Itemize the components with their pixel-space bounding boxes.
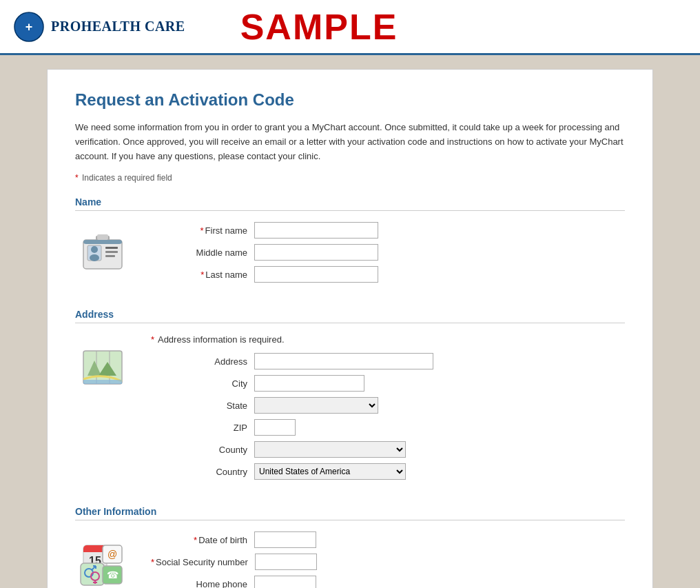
last-name-input[interactable] (254, 266, 378, 283)
svg-point-7 (90, 254, 99, 261)
state-label: State (151, 401, 247, 411)
calendar-contacts-icon: 15 ☎ @ (78, 538, 127, 588)
name-section-icon (75, 229, 130, 278)
ssn-row: *Social Security number (151, 554, 625, 570)
zip-label: ZIP (151, 423, 247, 433)
ssn-input[interactable] (255, 554, 317, 570)
dob-input[interactable] (254, 531, 316, 548)
page-title: Request an Activation Code (75, 90, 625, 110)
dob-row: *Date of birth (151, 531, 625, 548)
address-section-icon (75, 341, 130, 391)
middle-name-input[interactable] (254, 244, 378, 261)
address-label: Address (151, 356, 247, 367)
svg-rect-9 (105, 251, 118, 253)
svg-rect-10 (105, 255, 115, 257)
county-select[interactable] (254, 441, 406, 458)
county-label: County (151, 445, 247, 455)
ssn-label: *Social Security number (151, 557, 248, 568)
address-input[interactable] (254, 353, 433, 369)
required-asterisk: * (75, 173, 79, 183)
other-section-icon: 15 ☎ @ (75, 538, 130, 588)
svg-text:☎: ☎ (107, 569, 119, 580)
first-name-input[interactable] (254, 222, 378, 239)
svg-text:+: + (25, 20, 33, 34)
zip-input[interactable] (254, 419, 296, 436)
city-input[interactable] (254, 375, 364, 392)
address-section-body: * Address information is required. Addre… (75, 334, 625, 485)
other-fields: *Date of birth *Social Security number H… (151, 531, 625, 588)
first-name-row: *First name (151, 222, 625, 239)
zip-row: ZIP (151, 419, 625, 436)
id-card-icon (78, 229, 127, 278)
city-row: City (151, 375, 625, 392)
address-required-note: * Address information is required. (151, 334, 625, 345)
svg-rect-17 (83, 380, 122, 384)
description-text: We need some information from you in ord… (75, 121, 625, 163)
phone-row: Home phone (151, 576, 625, 588)
main-wrapper: Request an Activation Code We need some … (0, 55, 700, 588)
middle-name-row: Middle name (151, 244, 625, 261)
logo-text: ProHealth Care (51, 19, 185, 34)
state-row: State Alabama Alaska Arizona Wisconsin (151, 397, 625, 414)
name-fields: *First name Middle name *Last name (151, 222, 625, 288)
logo-area: + ProHealth Care (14, 12, 185, 42)
middle-name-label: Middle name (151, 247, 247, 258)
form-container: Request an Activation Code We need some … (47, 69, 653, 588)
other-section-header: Other Information (75, 506, 625, 520)
phone-input[interactable] (254, 576, 316, 588)
svg-point-6 (91, 246, 98, 253)
county-row: County (151, 441, 625, 458)
state-select[interactable]: Alabama Alaska Arizona Wisconsin (254, 397, 378, 414)
svg-rect-4 (97, 234, 108, 240)
svg-rect-11 (83, 240, 122, 244)
city-label: City (151, 378, 247, 389)
country-label: Country (151, 467, 247, 477)
address-row: Address (151, 353, 625, 369)
svg-rect-8 (105, 247, 118, 249)
other-section-body: 15 ☎ @ (75, 531, 625, 588)
country-select[interactable]: United States of America Canada Mexico (254, 463, 406, 480)
map-icon (78, 341, 127, 391)
dob-label: *Date of birth (151, 535, 247, 545)
address-fields: * Address information is required. Addre… (151, 334, 625, 485)
sample-watermark: SAMPLE (240, 6, 398, 48)
last-name-label: *Last name (151, 270, 247, 280)
logo-icon: + (14, 12, 44, 42)
name-section-header: Name (75, 196, 625, 211)
phone-label: Home phone (151, 579, 247, 588)
svg-text:@: @ (107, 549, 117, 560)
first-name-label: *First name (151, 225, 247, 236)
address-section-header: Address (75, 309, 625, 323)
required-note-text: Indicates a required field (82, 173, 172, 183)
name-section-body: *First name Middle name *Last name (75, 222, 625, 288)
last-name-row: *Last name (151, 266, 625, 283)
required-note: * Indicates a required field (75, 173, 625, 183)
country-row: Country United States of America Canada … (151, 463, 625, 480)
header: + ProHealth Care SAMPLE (0, 0, 700, 55)
